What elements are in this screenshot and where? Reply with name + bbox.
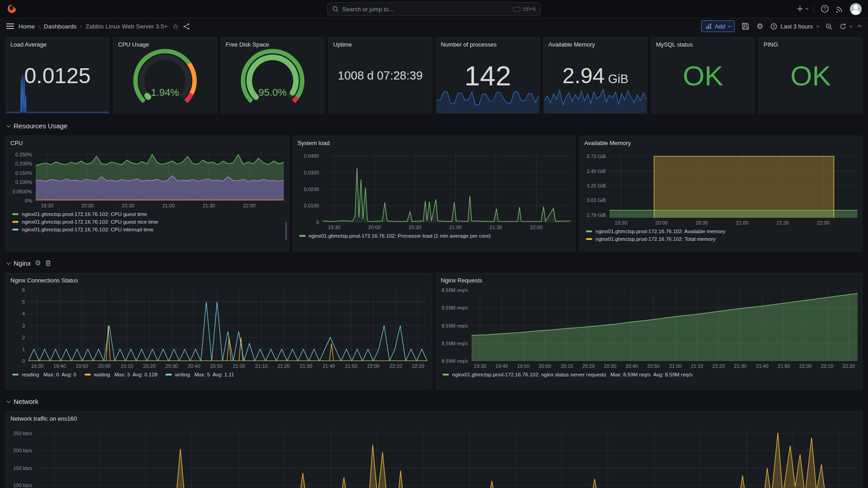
x-axis-tick: 21:30 [490,225,502,230]
panel-title[interactable]: System load [293,136,576,146]
nginx-connections-plot-area[interactable] [28,290,427,361]
panel-cpu-chart[interactable]: CPU 0.250%0.200%0.150%0.100%0.0500%0% 19… [5,136,289,251]
breadcrumb-separator: › [38,23,40,29]
share-icon[interactable] [183,23,190,30]
panel-available-memory-stat[interactable]: Available Memory 2.94 GiB [543,37,647,114]
chevron-down-icon [805,7,808,10]
panel-title[interactable]: Load Average [6,38,109,48]
x-axis-tick: 22:10 [821,363,834,369]
system-load-plot-area[interactable] [323,153,571,222]
star-icon[interactable]: ☆ [172,22,179,31]
cpu-legend: nginx01.ghmctsp.prod-172.16.76.102: CPU … [12,211,284,232]
avatar[interactable] [850,3,862,15]
y-axis-tick: 8.59M req/s [442,323,468,328]
y-axis-tick: 0.0400 [304,153,319,159]
new-plus-button[interactable] [797,5,807,12]
help-icon[interactable]: ? [821,5,829,13]
x-axis-tick: 21:00 [233,363,245,369]
panel-system-load[interactable]: System load 0.04000.03000.02000.01000 19… [292,136,576,251]
panel-free-disk-gauge[interactable]: Free Disk Space 95.0% [221,37,325,114]
x-axis-tick: 20:30 [122,203,134,208]
breadcrumb-current: Zabbix Linux Web Server 3.5+ [85,23,168,30]
refresh-button[interactable] [840,23,851,30]
panel-cpu-usage-gauge[interactable]: CPU Usage 1.94% [113,37,217,114]
legend-scrollbar[interactable] [285,222,287,240]
panel-title[interactable]: Available Memory [580,136,862,146]
legend-item[interactable]: waiting Max: 3 Avg: 0.128 [85,372,157,377]
chevron-down-icon [728,24,731,27]
search-input[interactable]: Search or jump to... ctrl+k [327,2,541,16]
panel-uptime[interactable]: Uptime 1008 d 07:28:39 [328,37,432,114]
x-axis-tick: 22:00 [530,225,542,230]
legend-item[interactable]: nginx01.ghmctsp.prod-172.16.76.102: Avai… [586,229,858,234]
panel-nginx-requests[interactable]: Nginx Requests 8.59M req/s8.59M req/s8.5… [436,273,863,389]
nginx-requests-plot-area[interactable] [472,290,858,361]
legend-item[interactable]: writing Max: 5 Avg: 1.11 [165,372,234,377]
x-axis-tick: 20:40 [188,363,200,369]
x-axis-tick: 19:50 [75,363,88,369]
panel-title[interactable]: Network traffic on ens160 [6,412,862,422]
y-axis-tick: 0.0100 [304,203,319,208]
panel-processes[interactable]: Number of processes 142 [436,37,540,114]
panel-title[interactable]: Nginx Connections Status [6,273,432,284]
panel-title[interactable]: Nginx Requests [436,273,862,284]
panel-load-average[interactable]: Load Average 0.0125 [5,37,109,114]
menu-icon[interactable] [6,23,14,29]
legend-item[interactable]: nginx01.ghmctsp.prod-172.16.76.102: CPU … [12,211,284,217]
section-settings-icon[interactable]: ⚙ [35,259,41,267]
legend-item[interactable]: nginx01.ghmctsp.prod-172.16.76.102: Proc… [299,233,571,239]
add-button[interactable]: Add [701,20,735,32]
panel-title[interactable]: Number of processes [436,38,539,48]
panel-title[interactable]: PING [759,38,862,48]
panel-network-traffic[interactable]: Network traffic on ens160 250 kb/s200 kb… [5,411,863,488]
section-nginx[interactable]: Nginx ⚙ [6,258,862,268]
dashboard-settings-icon[interactable]: ⚙ [756,22,763,31]
legend-item[interactable]: nginx01.ghmctsp.prod-172.16.76.102: CPU … [12,219,284,225]
time-range-picker[interactable]: Last 3 hours [770,23,818,30]
cpu-plot-area[interactable] [36,153,284,201]
ping-value: OK [759,60,862,92]
grafana-logo[interactable] [6,4,17,14]
section-network[interactable]: Network [6,396,862,407]
nginx-connections-legend: reading Max: 0 Avg: 0waiting Max: 3 Avg:… [12,372,427,377]
trash-icon[interactable] [45,260,51,266]
legend-label: reading Max: 0 Avg: 0 [22,372,76,377]
y-axis-tick: 0 [316,220,319,225]
zoom-out-icon[interactable] [826,23,832,30]
panel-title[interactable]: Uptime [329,38,432,48]
legend-color-dash [165,374,172,375]
panel-title[interactable]: Available Memory [544,38,647,48]
panel-title[interactable]: CPU [6,136,288,146]
breadcrumb-dashboards[interactable]: Dashboards [44,23,77,30]
y-axis-tick: 8.59M req/s [442,287,468,293]
legend-item[interactable]: nginx01.ghmctsp.prod-172.16.76.102: Tota… [586,236,858,242]
x-axis-tick: 20:20 [143,363,156,369]
legend-item[interactable]: nginx01.ghmctsp.prod-172.16.76.102: CPU … [12,227,284,232]
available-memory-plot-area[interactable] [609,153,858,218]
y-axis-tick: 2 [22,335,25,340]
panel-available-memory-chart[interactable]: Available Memory 3.73 GiB3.49 GiB3.26 Gi… [579,136,863,251]
network-traffic-plot-area[interactable] [36,428,858,488]
cpu-usage-value: 1.94% [131,87,199,99]
legend-color-dash [85,374,91,375]
system-load-legend: nginx01.ghmctsp.prod-172.16.76.102: Proc… [299,233,571,239]
news-icon[interactable] [835,5,844,13]
available-memory-value: 2.94 GiB [544,63,647,88]
collapse-toolbar-icon[interactable] [859,25,862,28]
panel-nginx-connections[interactable]: Nginx Connections Status 6543210 19:3019… [5,273,432,389]
x-axis-tick: 21:50 [778,363,790,369]
legend-color-dash [12,229,19,230]
x-axis-tick: 19:30 [328,225,340,230]
y-axis-tick: 0.0500% [13,189,32,194]
stat-row: Load Average 0.0125 CPU Usage 1.94% Free… [5,37,863,114]
x-axis-tick: 20:30 [165,363,178,369]
section-resources-usage[interactable]: Resources Usage [6,120,862,131]
legend-item[interactable]: reading Max: 0 Avg: 0 [12,372,76,377]
panel-mysql-status[interactable]: MySQL status OK [651,37,755,114]
panel-ping[interactable]: PING OK [759,37,863,114]
legend-item[interactable]: nginx01.ghmctsp.prod-172.16.76.102: ngin… [443,372,858,377]
save-dashboard-icon[interactable] [742,23,749,30]
panel-title[interactable]: MySQL status [651,38,755,48]
breadcrumb-home[interactable]: Home [19,23,35,30]
x-axis-tick: 20:00 [538,363,551,369]
